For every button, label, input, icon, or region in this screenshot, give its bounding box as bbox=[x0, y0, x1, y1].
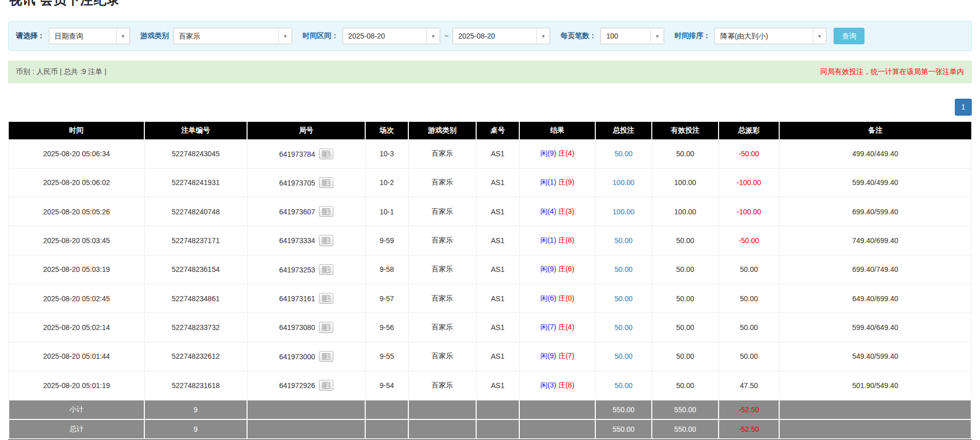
round-detail-icon bbox=[322, 354, 330, 361]
chevron-down-icon[interactable]: ▾ bbox=[278, 28, 292, 44]
round-detail-icon bbox=[322, 382, 330, 390]
page-button-1[interactable]: 1 bbox=[955, 99, 972, 116]
cell-session: 9-54 bbox=[365, 371, 408, 400]
cell-total-bet: 50.00 bbox=[595, 313, 652, 342]
cell-payout: -50.00 bbox=[719, 139, 779, 168]
cell-payout: 50.00 bbox=[719, 284, 779, 313]
cell-game-type: 百家乐 bbox=[408, 313, 476, 342]
chevron-down-icon[interactable]: ▾ bbox=[650, 28, 664, 44]
chevron-down-icon[interactable]: ▾ bbox=[536, 28, 550, 44]
summary-payout: -52.50 bbox=[719, 419, 779, 439]
cell-table-no: AS1 bbox=[476, 313, 519, 342]
round-detail-button[interactable] bbox=[319, 351, 333, 362]
result-player: 闲(3) bbox=[540, 381, 556, 389]
cell-session: 9-57 bbox=[365, 284, 408, 313]
cell-total-bet: 50.00 bbox=[595, 284, 652, 313]
date-to-input[interactable]: 2025-08-20 ▾ bbox=[453, 28, 550, 44]
result-banker: 庄(4) bbox=[558, 323, 574, 331]
chevron-down-icon[interactable]: ▾ bbox=[813, 28, 826, 44]
round-detail-button[interactable] bbox=[319, 235, 333, 246]
result-banker: 庄(6) bbox=[558, 265, 574, 273]
table-row: 2025-08-20 05:03:19522748236154641973253… bbox=[9, 255, 971, 284]
cell-game-type: 百家乐 bbox=[408, 342, 476, 371]
table-row: 2025-08-20 05:05:26522748240748641973607… bbox=[9, 197, 971, 226]
date-to-value[interactable]: 2025-08-20 bbox=[453, 28, 536, 44]
cell-result: 闲(3) 庄(8) bbox=[519, 371, 595, 400]
cell-remark: 699.40/749.40 bbox=[779, 255, 971, 284]
page-size-select[interactable]: 100 ▾ bbox=[600, 28, 664, 44]
summary-total-bet: 550.00 bbox=[595, 400, 652, 419]
summary-currency-count: 币别 : 人民币 | 总共 :9 注单 | bbox=[16, 67, 106, 77]
round-detail-button[interactable] bbox=[319, 206, 333, 217]
query-type-value[interactable]: 日期查询 bbox=[49, 28, 116, 44]
total-bet-link[interactable]: 50.00 bbox=[614, 352, 632, 360]
query-type-label: 请选择： bbox=[16, 31, 45, 41]
summary-count: 9 bbox=[144, 419, 247, 439]
round-detail-button[interactable] bbox=[319, 149, 333, 159]
summary-label: 小计 bbox=[9, 400, 144, 419]
total-bet-link[interactable]: 50.00 bbox=[614, 265, 632, 273]
total-bet-link[interactable]: 50.00 bbox=[614, 323, 632, 332]
round-detail-button[interactable] bbox=[319, 322, 333, 333]
time-sort-select[interactable]: 降幂(由大到小) ▾ bbox=[714, 28, 826, 44]
cell-time: 2025-08-20 05:02:45 bbox=[9, 284, 144, 313]
total-bet-link[interactable]: 50.00 bbox=[614, 381, 632, 390]
cell-game-type: 百家乐 bbox=[408, 139, 476, 168]
search-button[interactable]: 查询 bbox=[834, 28, 864, 44]
records-body: 2025-08-20 05:06:34522748243045641973784… bbox=[9, 139, 971, 400]
filter-bar: 请选择： 日期查询 ▾ 游戏类别 百家乐 ▾ 时间区间： 2025-08-20 … bbox=[8, 21, 972, 51]
round-number: 641973161 bbox=[279, 295, 315, 303]
cell-total-bet: 50.00 bbox=[595, 371, 652, 400]
cell-bet-id: 522748240748 bbox=[144, 197, 247, 226]
time-sort-value[interactable]: 降幂(由大到小) bbox=[715, 28, 813, 44]
total-bet-link[interactable]: 100.00 bbox=[613, 208, 635, 216]
summary-remark bbox=[779, 400, 971, 419]
cell-session: 9-59 bbox=[365, 226, 408, 255]
summary-bar: 币别 : 人民币 | 总共 :9 注单 | 同局有效投注，统一计算在该局第一张注… bbox=[8, 61, 972, 83]
query-type-select[interactable]: 日期查询 ▾ bbox=[49, 28, 130, 44]
cell-result: 闲(1) 庄(9) bbox=[519, 168, 595, 197]
cell-game-type: 百家乐 bbox=[408, 284, 476, 313]
cell-valid-bet: 50.00 bbox=[652, 342, 719, 371]
cell-round: 641973705 bbox=[247, 168, 365, 197]
summary-table-no bbox=[476, 400, 519, 419]
cell-time: 2025-08-20 05:01:19 bbox=[9, 371, 144, 400]
total-bet-link[interactable]: 50.00 bbox=[614, 150, 632, 158]
cell-result: 闲(9) 庄(7) bbox=[519, 342, 595, 371]
cell-remark: 749.40/699.40 bbox=[779, 226, 971, 255]
round-detail-button[interactable] bbox=[319, 264, 333, 275]
date-from-input[interactable]: 2025-08-20 ▾ bbox=[343, 28, 440, 44]
table-row: 2025-08-20 05:06:02522748241931641973705… bbox=[9, 168, 971, 197]
round-detail-button[interactable] bbox=[319, 177, 333, 188]
chevron-down-icon[interactable]: ▾ bbox=[116, 28, 129, 44]
game-type-value[interactable]: 百家乐 bbox=[174, 28, 278, 44]
cell-time: 2025-08-20 05:06:02 bbox=[9, 168, 144, 197]
date-from-value[interactable]: 2025-08-20 bbox=[343, 28, 426, 44]
result-player: 闲(9) bbox=[540, 352, 556, 360]
cell-valid-bet: 50.00 bbox=[652, 139, 719, 168]
cell-remark: 599.40/499.40 bbox=[779, 168, 971, 197]
subtotal-row: 小计9550.00550.00-52.50 bbox=[9, 400, 971, 419]
records-table: 时间 注单编号 局号 场次 游戏类别 桌号 结果 总投注 有效投注 总派彩 备注… bbox=[8, 122, 972, 439]
summary-total-bet: 550.00 bbox=[595, 419, 652, 439]
total-bet-link[interactable]: 50.00 bbox=[614, 295, 632, 303]
cell-table-no: AS1 bbox=[476, 255, 519, 284]
chevron-down-icon[interactable]: ▾ bbox=[426, 28, 440, 44]
round-detail-button[interactable] bbox=[319, 293, 333, 304]
round-detail-button[interactable] bbox=[319, 380, 333, 391]
page-size-value[interactable]: 100 bbox=[601, 28, 650, 44]
cell-session: 9-56 bbox=[365, 313, 408, 342]
total-bet-link[interactable]: 50.00 bbox=[614, 236, 632, 245]
round-number: 641973784 bbox=[279, 150, 315, 158]
col-header-session: 场次 bbox=[365, 122, 408, 139]
cell-bet-id: 522748231618 bbox=[144, 371, 247, 400]
cell-round: 641973253 bbox=[247, 255, 365, 284]
summary-result bbox=[519, 419, 595, 439]
col-header-bet-id: 注单编号 bbox=[144, 122, 247, 139]
game-type-select[interactable]: 百家乐 ▾ bbox=[173, 28, 292, 44]
cell-bet-id: 522748233732 bbox=[144, 313, 247, 342]
cell-game-type: 百家乐 bbox=[408, 255, 476, 284]
total-bet-link[interactable]: 100.00 bbox=[613, 178, 635, 187]
cell-result: 闲(7) 庄(4) bbox=[519, 313, 595, 342]
col-header-game-type: 游戏类别 bbox=[408, 122, 476, 139]
